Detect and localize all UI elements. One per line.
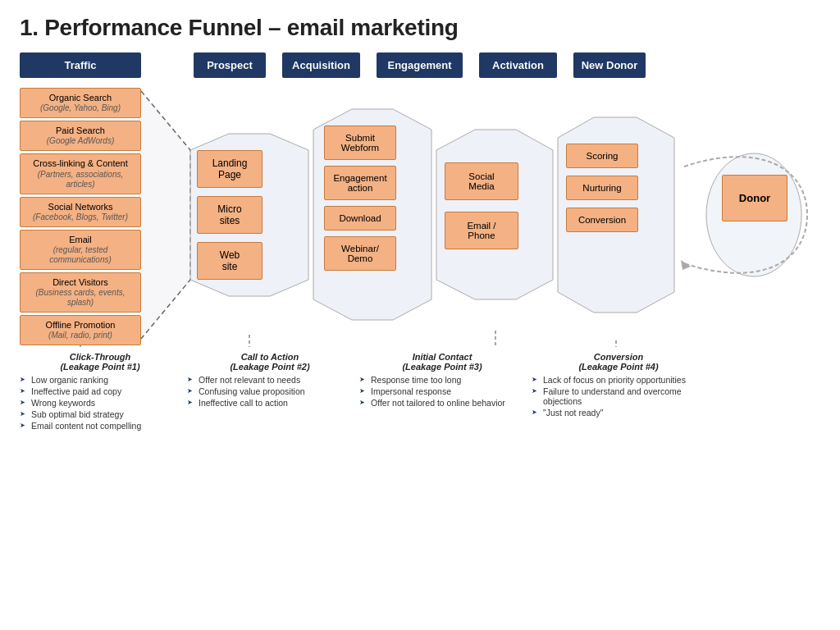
traffic-col: Organic Search (Google, Yahoo, Bing) Pai… [20,88,141,345]
page-title: 1. Performance Funnel – email marketing [20,15,820,41]
header-newdonor: New Donor [573,52,646,78]
traffic-item-crosslink: Cross-linking & Content (Partners, assoc… [20,153,141,194]
header-row: Traffic Prospect Acquisition Engagement … [20,52,820,78]
leakage-title-2: Call to Action(Leakage Point #2) [187,352,353,372]
svg-marker-9 [681,260,691,270]
header-activation: Activation [479,52,557,78]
list-item: Ineffective call to action [187,398,353,408]
diagram-svg [20,84,840,347]
leakage-col-1: Click-Through(Leakage Point #1) Low orga… [20,352,184,432]
eng-email: Email /Phone [445,212,518,249]
header-prospect: Prospect [194,52,266,78]
list-item: Impersonal response [359,386,525,396]
eng-social: SocialMedia [445,162,518,200]
engagement-col: SocialMedia Email /Phone [445,162,518,249]
leakage-title-1: Click-Through(Leakage Point #1) [20,352,180,372]
page: 1. Performance Funnel – email marketing … [0,0,840,630]
leakage-list-2: Offer not relevant to needs Confusing va… [187,375,353,408]
list-item: Lack of focus on priority opportunities [532,375,705,385]
list-item: Response time too long [359,375,525,385]
traffic-item-organic: Organic Search (Google, Yahoo, Bing) [20,88,141,118]
acq-webinar: Webinar/Demo [324,236,396,271]
traffic-item-direct: Direct Visitors (Business cards, events,… [20,272,141,313]
prospect-landing: LandingPage [197,150,262,188]
leakage-title-3: Initial Contact(Leakage Point #3) [359,352,525,372]
funnel-container: Traffic Prospect Acquisition Engagement … [20,52,820,432]
leakage-list-3: Response time too long Impersonal respon… [359,375,525,408]
leakage-col-4: Conversion(Leakage Point #4) Lack of foc… [528,352,709,432]
list-item: Offer not tailored to online behavior [359,398,525,408]
leakage-title-4: Conversion(Leakage Point #4) [532,352,705,372]
acq-download: Download [324,206,396,231]
act-conversion: Conversion [566,208,638,232]
activation-col: Scoring Nurturing Conversion [565,144,639,232]
leakage-list-4: Lack of focus on priority opportunities … [532,375,705,418]
act-nurturing: Nurturing [566,176,638,200]
header-acquisition: Acquisition [282,52,360,78]
prospect-col: LandingPage Microsites Website [197,150,262,280]
traffic-item-paid: Paid Search (Google AdWords) [20,121,141,151]
header-traffic: Traffic [20,52,141,78]
leakage-row: Click-Through(Leakage Point #1) Low orga… [20,352,820,432]
acquisition-col: SubmitWebform Engagementaction Download … [323,126,397,271]
prospect-micro: Microsites [197,196,262,234]
newdonor-col: Donor [722,175,788,221]
list-item: Confusing value proposition [187,386,353,396]
list-item: Offer not relevant to needs [187,375,353,385]
leakage-col-2: Call to Action(Leakage Point #2) Offer n… [184,352,356,432]
traffic-item-email: Email (regular, tested communications) [20,230,141,270]
list-item: Ineffective paid ad copy [20,386,180,396]
acq-webform: SubmitWebform [324,126,396,160]
prospect-web: Website [197,242,262,280]
donor-box: Donor [722,175,788,221]
list-item: Wrong keywords [20,398,180,408]
list-item: "Just not ready" [532,408,705,418]
list-item: Failure to understand and overcome objec… [532,386,705,406]
leakage-col-3: Initial Contact(Leakage Point #3) Respon… [356,352,528,432]
traffic-item-social: Social Networks (Facebook, Blogs, Twitte… [20,197,141,227]
act-scoring: Scoring [566,144,638,168]
acq-engagement: Engagementaction [324,166,396,200]
traffic-item-offline: Offline Promotion (Mail, radio, print) [20,315,141,345]
leakage-list-1: Low organic ranking Ineffective paid ad … [20,375,180,431]
header-engagement: Engagement [377,52,463,78]
diagram-area: Organic Search (Google, Yahoo, Bing) Pai… [20,84,820,347]
list-item: Email content not compelling [20,421,180,431]
list-item: Sub optimal bid strategy [20,409,180,419]
list-item: Low organic ranking [20,375,180,385]
